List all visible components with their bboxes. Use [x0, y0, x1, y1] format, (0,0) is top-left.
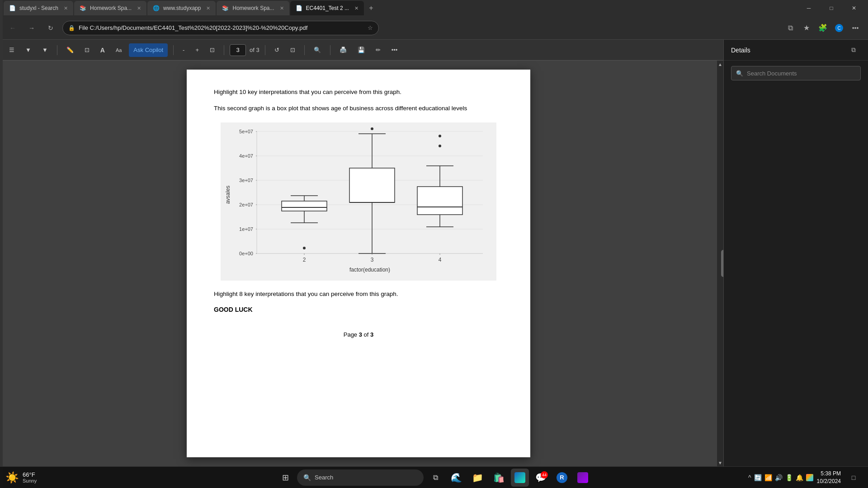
pdf-tool-aa[interactable]: Aa — [112, 43, 125, 57]
tab3-close[interactable]: ✕ — [206, 5, 210, 11]
pdf-search[interactable]: 🔍 — [310, 43, 325, 57]
edge-icon: 🌊 — [451, 472, 462, 483]
taskbar-search-icon: 🔍 — [303, 474, 311, 481]
tab-studyxapp[interactable]: 🌐 www.studyxapp ✕ — [147, 1, 216, 15]
tab3-label: www.studyxapp — [163, 5, 201, 11]
page-bold-total: 3 — [370, 331, 373, 338]
forward-button[interactable]: → — [24, 21, 39, 35]
separator5 — [304, 45, 305, 55]
taskbar-app-purple[interactable] — [574, 469, 592, 487]
svg-text:1e+07: 1e+07 — [239, 226, 253, 232]
new-tab-button[interactable]: + — [365, 2, 377, 14]
tab4-close[interactable]: ✕ — [280, 5, 284, 11]
taskbar-edge[interactable]: 🌊 — [447, 469, 466, 487]
pdf-scrollbar[interactable]: ▲ ▼ — [717, 61, 723, 466]
pdf-tool-pen[interactable]: ✏️ — [63, 43, 77, 57]
tray-refresh[interactable]: 🔄 — [754, 474, 762, 481]
refresh-button[interactable]: ↻ — [43, 21, 58, 35]
maximize-button[interactable]: □ — [821, 1, 842, 15]
back-button[interactable]: ← — [5, 21, 20, 35]
pdf-rotate[interactable]: ↺ — [271, 43, 283, 57]
tray-network[interactable]: 📶 — [764, 474, 772, 481]
extensions-icon[interactable]: 🧩 — [816, 21, 830, 35]
pdf-tool-list[interactable]: ☰ — [5, 43, 18, 57]
svg-point-41 — [439, 135, 441, 137]
sidebar-search: 🔍 Search Documents — [724, 61, 868, 466]
tab2-label: Homework Spa... — [90, 5, 132, 11]
tab-homework2[interactable]: 📚 Homework Spa... ✕ — [217, 1, 289, 15]
pdf-zoom-in[interactable]: + — [192, 43, 203, 57]
tab2-favicon: 📚 — [80, 5, 86, 11]
pdf-tool-filter1[interactable]: ▼ — [22, 43, 35, 57]
sidebar-layout-icon[interactable]: ⧉ — [846, 43, 861, 57]
browser-tabs: 📄 studyxl - Search ✕ 📚 Homework Spa... ✕… — [4, 1, 798, 15]
sidebar-title: Details — [731, 47, 750, 54]
weather-widget[interactable]: ☀️ 66°F Sunny — [5, 471, 37, 484]
task-view-button[interactable]: ⧉ — [426, 469, 444, 487]
taskbar-store[interactable]: 🛍️ — [490, 469, 508, 487]
copilot-icon[interactable]: C — [832, 21, 846, 35]
pdf-fit-page[interactable]: ⊡ — [206, 43, 218, 57]
taskbar-whatsapp[interactable]: 💬 44 — [532, 469, 550, 487]
pdf-zoom-out[interactable]: - — [179, 43, 188, 57]
pdf-save[interactable]: 💾 — [354, 43, 368, 57]
tab-homework1[interactable]: 📚 Homework Spa... ✕ — [74, 1, 146, 15]
scroll-up[interactable]: ▲ — [717, 61, 723, 68]
pdf-ask-copilot[interactable]: Ask Copilot — [129, 43, 168, 57]
svg-text:3e+07: 3e+07 — [239, 178, 253, 183]
tab-ec4401[interactable]: 📄 EC4401_Test 2 ... ✕ — [290, 1, 364, 15]
taskbar-app-r[interactable]: R — [553, 469, 571, 487]
tab2-close[interactable]: ✕ — [137, 5, 141, 11]
page-of-label: of 3 — [250, 47, 259, 53]
pdf-tool-text[interactable]: A — [97, 43, 108, 57]
tab-studyxl[interactable]: 📄 studyxl - Search ✕ — [4, 1, 73, 15]
tab1-close[interactable]: ✕ — [64, 5, 68, 11]
time-display[interactable]: 5:38 PM 10/2/2024 — [817, 470, 841, 485]
pdf-immersive[interactable]: ⊡ — [287, 43, 299, 57]
pdf-tool-filter2[interactable]: ▼ — [38, 43, 52, 57]
more-options-icon[interactable]: ••• — [848, 21, 863, 35]
box-plot-chart: 0e+00 1e+07 2e+07 3e+07 4e+07 5e+07 — [221, 122, 496, 281]
star-icon[interactable]: ☆ — [368, 24, 373, 31]
notification-button[interactable]: □ — [844, 469, 863, 487]
pdf-draw[interactable]: ✏ — [372, 43, 384, 57]
weather-icon: ☀️ — [5, 471, 19, 484]
start-button[interactable]: ⊞ — [276, 469, 294, 487]
svg-point-40 — [439, 145, 441, 147]
tray-sound[interactable]: 🔊 — [775, 474, 783, 481]
sidebar-header: Details ⧉ — [724, 40, 868, 61]
pdf-tool-layout[interactable]: ⊡ — [81, 43, 93, 57]
minimize-button[interactable]: ─ — [798, 1, 819, 15]
separator1 — [57, 45, 57, 55]
color-squares — [806, 474, 813, 481]
sidebar-search-box[interactable]: 🔍 Search Documents — [731, 66, 861, 80]
taskbar-edge-active[interactable] — [511, 469, 529, 487]
address-bar[interactable]: 🔒 File C:/Users/hp/Documents/EC4401_Test… — [62, 21, 379, 35]
pdf-more[interactable]: ••• — [388, 43, 401, 57]
tray-battery[interactable]: 🔋 — [785, 474, 793, 481]
svg-text:5e+07: 5e+07 — [239, 129, 253, 134]
scroll-down[interactable]: ▼ — [717, 459, 723, 466]
taskbar-explorer[interactable]: 📁 — [468, 469, 487, 487]
sidebar-search-placeholder: Search Documents — [747, 70, 797, 77]
right-sidebar: Details ⧉ 🔍 Search Documents — [723, 40, 868, 466]
weather-temp: 66°F — [23, 471, 37, 478]
taskbar-search[interactable]: 🔍 Search — [297, 469, 424, 486]
tray-notification[interactable]: 🔔 — [796, 474, 803, 481]
page-number-input[interactable]: 3 — [230, 44, 246, 56]
page-total-label: of 3 — [250, 47, 259, 53]
close-button[interactable]: ✕ — [844, 1, 864, 15]
tab4-favicon: 📚 — [222, 5, 229, 11]
tab5-close[interactable]: ✕ — [354, 5, 359, 11]
pdf-text-3: Highlight 8 key interpretations that you… — [214, 290, 503, 299]
pdf-toolbar: ☰ ▼ ▼ ✏️ ⊡ A Aa Ask Copilot - + ⊡ 3 of 3… — [0, 40, 723, 61]
tab1-favicon: 📄 — [9, 5, 16, 11]
favorites-icon[interactable]: ★ — [799, 21, 814, 35]
tray-chevron[interactable]: ^ — [748, 474, 751, 481]
titlebar: 📄 studyxl - Search ✕ 📚 Homework Spa... ✕… — [0, 0, 868, 16]
split-screen-icon[interactable]: ⧉ — [783, 21, 797, 35]
svg-text:2e+07: 2e+07 — [239, 202, 253, 207]
pdf-print[interactable]: 🖨️ — [336, 43, 350, 57]
svg-text:factor(education): factor(education) — [349, 267, 390, 273]
window-controls: ─ □ ✕ — [798, 1, 864, 15]
